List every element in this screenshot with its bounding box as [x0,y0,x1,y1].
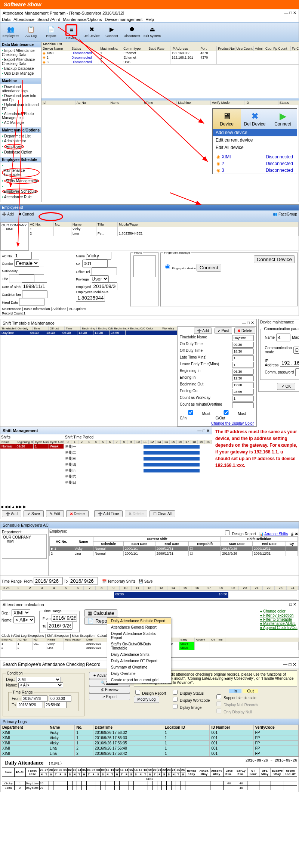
fpdevice-radio[interactable] [165,264,170,269]
side-item[interactable]: Usb Disk Manage [1,71,40,76]
dm-cmode-select[interactable]: Ethernet [293,347,299,354]
disp-status-check[interactable] [173,690,178,695]
device-button[interactable]: 🖥Device [62,24,80,40]
device-row[interactable]: ◉ 3Disconnected1USB [41,60,299,64]
side-item[interactable]: Database Option [1,150,40,155]
dm-name-input[interactable] [276,334,290,341]
calc-side-link[interactable]: ● Change color [260,609,298,613]
log-row[interactable]: XIMILina22016/9/26 17:56:401001FP [1,746,299,751]
side-item[interactable]: Download user info and Fp [1,93,40,102]
report-menu-item[interactable]: Daily Overtime [107,670,171,677]
stm-add-button[interactable]: ➕ Add [194,328,212,334]
tn-input[interactable] [232,335,254,341]
ac-log-button[interactable]: 📋AC Log [22,24,40,40]
side-item[interactable]: Export Attendance Checking Data [1,57,40,66]
zoom-connect-button[interactable]: ▶Connect [269,109,297,129]
stm-del-button[interactable]: ✖ Delete [234,328,255,334]
eo-input[interactable] [232,389,254,395]
sm-save-button[interactable]: ✔ Save [24,510,44,517]
side-item[interactable]: Employee Schedule [1,184,40,195]
off-input[interactable] [232,348,254,354]
connect-device-button[interactable]: Connect Device [254,255,295,263]
tr-from-input[interactable] [34,577,63,585]
calc-to-input[interactable] [47,622,73,630]
hire-input[interactable] [19,298,44,306]
search-name-select[interactable]: < All> [18,682,63,688]
calc-side-link[interactable]: ● Append Clock In/Out [260,626,298,630]
side-item[interactable]: Backup Database [1,66,40,71]
report-button[interactable]: 📄Report [42,24,60,40]
side-item[interactable]: Attendance Photo Management [1,111,40,120]
late-input[interactable] [232,355,254,361]
report-menu[interactable]: Daily Attendance Statistic ReportAttenda… [107,617,171,683]
device-row[interactable]: ◉ 2Disconnected1Ethernet192.168.1.201437… [41,55,299,60]
le-input[interactable] [232,362,254,368]
window-controls[interactable]: — □ ✕ [284,10,296,15]
sched-save[interactable]: Save [144,579,153,583]
connect2-button[interactable]: Connect [197,264,221,272]
title-input[interactable] [9,275,34,282]
side-item[interactable]: Department List [1,134,40,139]
calc-side-link[interactable]: ● Filter by exception [260,613,298,617]
calc-name-select[interactable]: < All> [13,616,35,623]
zoom-deldevice-button[interactable]: ✖Del Device [241,109,269,129]
zoom-device-row[interactable]: ◉2Disconnected [213,160,297,167]
mustcout-check[interactable] [217,410,235,415]
zoom-device-row[interactable]: ◉3Disconnected [213,167,297,174]
menubar[interactable]: DataAttendanceSearch/PrintMaintenance/Op… [0,16,299,22]
side-item[interactable]: Shifts Management [1,178,40,184]
mp-input[interactable] [76,294,105,302]
report-menu-item[interactable]: Attendance General Report [107,624,171,630]
sm-add-button[interactable]: ➕ Add [2,510,21,517]
device-context-menu[interactable]: Add new device Edit current device Edit … [213,129,297,151]
priv-select[interactable]: User [90,275,109,282]
report-menu-item[interactable]: Create report for current grid [107,677,171,683]
dob-input[interactable] [22,282,47,290]
on-input[interactable] [232,342,254,348]
report-menu-item[interactable]: Depart Attendance Statistic Report [107,630,171,641]
simple-calc-check[interactable] [216,694,221,699]
no-input[interactable] [82,260,108,267]
report-menu-item[interactable]: Daily Attendance OT Report [107,658,171,664]
search-from-time[interactable] [49,695,71,702]
report-menu-item[interactable]: Staff's On-Duty/Off-Duty Timetable [107,641,171,651]
company-tree[interactable]: OUR COMPANY — XIMI [0,222,29,251]
side-item[interactable]: Employee [1,143,40,150]
calc-from-input[interactable] [52,614,77,622]
employees-button[interactable]: 👥Employees [2,24,20,40]
search-to-date[interactable] [17,702,43,708]
log-row[interactable]: XIMIVicky12016/9/26 17:56:351001FP [1,741,299,746]
disp-workcode-check[interactable] [173,697,178,702]
connect-button[interactable]: ▶Connect [103,24,121,40]
calc-side-link[interactable]: ● Maintenance AL/BL [260,621,298,626]
dm-cpw-input[interactable] [295,368,299,376]
search-dep-select[interactable]: XIMI [16,677,61,682]
emp-input[interactable] [92,282,117,290]
side-item[interactable]: Attendance Rule [1,195,40,199]
tab-machine-list[interactable]: Machine List [41,42,299,46]
calc-dep-select[interactable]: XIMI [12,609,30,616]
bo-input[interactable] [232,382,254,388]
sm-addtime-button[interactable]: ➕ Add Time [94,510,123,517]
tr-to-input[interactable] [69,577,98,585]
modify-log-button[interactable]: Modify Log [134,696,160,703]
otit-input[interactable] [92,267,117,275]
disconnect-button[interactable]: ⏺Disconnect [123,24,141,40]
name-input[interactable] [86,252,111,260]
ei-input[interactable] [232,375,254,381]
acno-input[interactable] [14,252,32,260]
search-to-time[interactable] [44,702,67,708]
device-row[interactable]: ◉ XIMIDisconnected1Ethernet192.168.0.243… [41,51,299,55]
side-item[interactable]: Maintenance Timetables [1,163,40,178]
mustcin-check[interactable] [181,410,200,415]
nat-input[interactable] [19,267,44,275]
export-button[interactable]: ↗ Export [89,693,130,700]
disp-image-check[interactable] [173,704,178,709]
side-item[interactable]: AC Manage [1,120,40,125]
arrange-shifts-link[interactable]: Arrange Shifts [264,532,288,536]
dm-ip-input[interactable] [280,359,299,367]
sm-del-button[interactable]: ✖ Delete [66,510,89,517]
log-row[interactable]: XIMIVicky12016/9/26 17:56:321001FP [1,730,299,735]
gender-select[interactable]: Female [14,260,39,267]
search-from-date[interactable] [22,695,48,702]
